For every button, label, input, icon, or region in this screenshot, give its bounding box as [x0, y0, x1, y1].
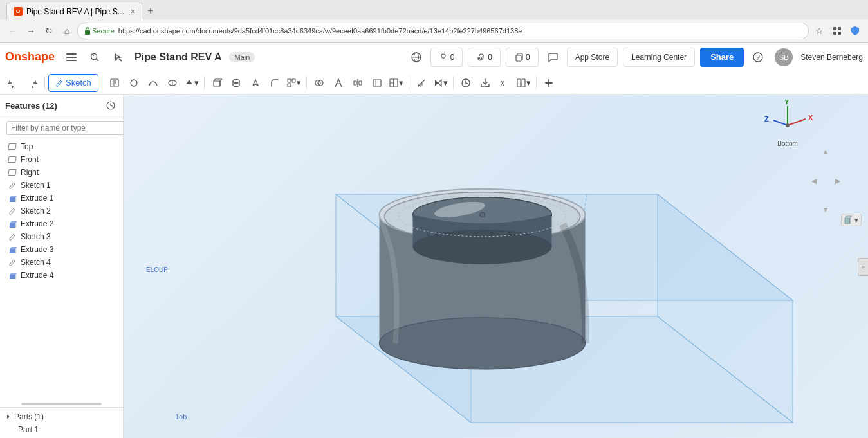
new-tab-button[interactable]: + — [142, 3, 159, 19]
redo-button[interactable] — [23, 74, 41, 92]
svg-point-32 — [233, 83, 239, 86]
feature-item-sketch1[interactable]: Sketch 1 — [0, 179, 123, 192]
feature-item-sketch2[interactable]: Sketch 2 — [0, 205, 123, 217]
cursor-button[interactable] — [109, 48, 127, 66]
annotation-panel[interactable]: ≡ — [858, 258, 868, 276]
tool-assembly-dropdown[interactable]: ▾ — [387, 74, 405, 92]
search-button[interactable] — [86, 48, 104, 66]
globe-button[interactable] — [407, 48, 425, 66]
nav-arrow-down[interactable]: ▼ — [820, 204, 831, 215]
tool-surface[interactable] — [163, 74, 181, 92]
plane-icon — [8, 168, 17, 177]
extrude-icon — [8, 194, 17, 203]
tool-pattern-dropdown[interactable]: ▾ — [285, 74, 303, 92]
features-title: Features (12) — [5, 101, 57, 111]
feature-name-sketch2: Sketch 2 — [21, 206, 51, 215]
svg-rect-56 — [522, 79, 525, 87]
tool-export[interactable] — [476, 74, 494, 92]
onshape-logo[interactable]: Onshape — [5, 50, 55, 64]
feature-item-extrude1[interactable]: Extrude 1 — [0, 192, 123, 205]
nav-arrow-right[interactable]: ▶ — [832, 175, 844, 187]
share-button[interactable]: Share — [700, 48, 744, 67]
feature-item-sketch3[interactable]: Sketch 3 — [0, 230, 123, 243]
svg-rect-42 — [373, 80, 381, 86]
tab-close-button[interactable]: × — [131, 7, 135, 16]
svg-rect-4 — [838, 32, 841, 35]
feature-name-extrude1: Extrude 1 — [21, 194, 53, 203]
features-history-button[interactable] — [104, 98, 118, 113]
document-title: Pipe Stand REV A — [134, 51, 221, 63]
copy-count: 0 — [526, 53, 530, 62]
app-store-button[interactable]: App Store — [567, 48, 618, 67]
user-avatar[interactable]: SB — [775, 48, 793, 66]
viewport[interactable]: X Y Z Bottom ▲ ▼ ◀ — [124, 95, 868, 438]
feature-item-extrude2[interactable]: Extrude 2 — [0, 217, 123, 230]
tool-cylinder[interactable] — [227, 74, 245, 92]
copy-button[interactable]: 0 — [506, 48, 539, 67]
tool-fillet[interactable] — [266, 74, 284, 92]
tool-dropdown[interactable]: ▾ — [183, 74, 201, 92]
browser-tab[interactable]: O Pipe Stand REV A | Pipe S... × — [6, 3, 142, 19]
learning-center-button[interactable]: Learning Center — [623, 48, 695, 67]
tool-measure[interactable] — [412, 74, 430, 92]
undo-button[interactable] — [4, 74, 22, 92]
view-cube-button[interactable]: ▾ — [841, 214, 862, 226]
svg-rect-55 — [517, 79, 521, 87]
tool-mirror-dropdown[interactable]: ▾ — [432, 74, 450, 92]
svg-line-89 — [788, 119, 806, 125]
tool-shell[interactable] — [246, 74, 264, 92]
reload-button[interactable]: ↻ — [41, 23, 57, 39]
svg-line-46 — [418, 80, 425, 86]
feature-name-extrude2: Extrude 2 — [21, 219, 53, 228]
parts-item-part1[interactable]: Part 1 — [5, 423, 118, 436]
svg-text:Y: Y — [784, 100, 790, 105]
tool-history[interactable] — [106, 74, 124, 92]
feature-item-top[interactable]: Top — [0, 140, 123, 153]
parts-header[interactable]: Parts (1) — [5, 410, 118, 423]
tool-draft[interactable] — [329, 74, 347, 92]
forward-button[interactable]: → — [23, 23, 39, 39]
user-name[interactable]: Steven Berneberg — [800, 53, 863, 62]
coord-triad-container: X Y Z Bottom — [759, 100, 817, 151]
address-bar[interactable]: Secure https://cad.onshape.com/documents… — [77, 23, 809, 39]
bookmark-button[interactable]: ☆ — [811, 23, 827, 39]
svg-rect-97 — [845, 218, 850, 224]
sketch-icon — [8, 181, 17, 190]
sketch-button[interactable]: Sketch — [48, 74, 98, 92]
back-button[interactable]: ← — [5, 23, 21, 39]
link-button[interactable]: 0 — [468, 48, 501, 67]
tool-clock[interactable] — [457, 74, 475, 92]
tool-add[interactable] — [540, 74, 558, 92]
main-toolbar: Sketch ▾ ▾ — [0, 71, 868, 95]
tool-split[interactable] — [349, 74, 367, 92]
like-button[interactable]: 0 — [430, 48, 463, 67]
svg-text:Z: Z — [764, 115, 769, 123]
nav-arrow-up[interactable]: ▲ — [820, 146, 831, 158]
feature-filter-input[interactable] — [6, 121, 124, 135]
svg-rect-6 — [66, 57, 77, 58]
tool-circle[interactable] — [125, 74, 143, 92]
tool-appearance-dropdown[interactable]: ▾ — [515, 74, 533, 92]
nav-arrow-left[interactable]: ◀ — [808, 175, 820, 187]
feature-item-front[interactable]: Front — [0, 153, 123, 166]
tool-variables[interactable]: x — [495, 74, 513, 92]
menu-button[interactable] — [62, 48, 80, 66]
separator-3 — [204, 77, 205, 89]
shield-button[interactable] — [847, 23, 863, 39]
sidebar-header: Features (12) — [0, 95, 123, 117]
feature-item-extrude3[interactable]: Extrude 3 — [0, 243, 123, 256]
tool-sheet[interactable] — [368, 74, 386, 92]
extrude-icon — [8, 271, 17, 280]
tool-boolean[interactable] — [310, 74, 328, 92]
feature-item-right[interactable]: Right — [0, 166, 123, 179]
tool-box[interactable] — [208, 74, 226, 92]
comment-button[interactable] — [544, 48, 562, 66]
branch-badge[interactable]: Main — [229, 52, 255, 62]
help-button[interactable]: ? — [749, 48, 767, 66]
feature-item-sketch4[interactable]: Sketch 4 — [0, 256, 123, 269]
home-button[interactable]: ⌂ — [59, 23, 75, 39]
extensions-button[interactable] — [829, 23, 845, 39]
canvas-area[interactable]: X Y Z Bottom ▲ ▼ ◀ — [124, 95, 868, 438]
tool-curve[interactable] — [144, 74, 162, 92]
feature-item-extrude4[interactable]: Extrude 4 — [0, 269, 123, 282]
